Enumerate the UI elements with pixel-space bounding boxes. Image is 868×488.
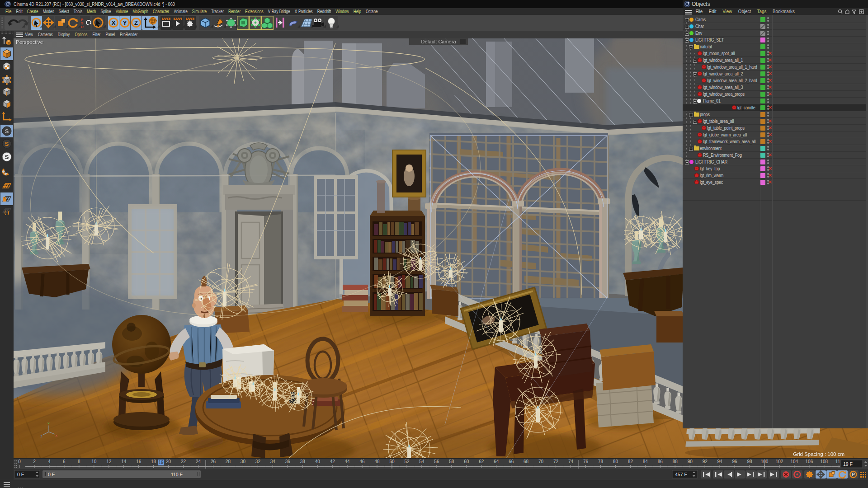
- svg-text:6: 6: [63, 459, 66, 464]
- svg-text:42: 42: [330, 459, 335, 464]
- svg-text:82: 82: [628, 459, 633, 464]
- svg-text:22: 22: [181, 459, 186, 464]
- svg-text:16: 16: [136, 459, 142, 464]
- svg-text:S: S: [5, 128, 9, 135]
- svg-text:P: P: [852, 472, 855, 477]
- svg-text:54: 54: [419, 459, 425, 464]
- svg-text:30: 30: [241, 459, 246, 464]
- svg-text:106: 106: [806, 459, 813, 464]
- svg-text:10: 10: [91, 459, 97, 464]
- svg-text:64: 64: [494, 459, 499, 464]
- svg-text:94: 94: [717, 459, 723, 464]
- svg-text:48: 48: [374, 459, 380, 464]
- svg-text:32: 32: [255, 459, 261, 464]
- svg-text:X: X: [112, 19, 116, 26]
- svg-text:0 F: 0 F: [48, 472, 55, 477]
- svg-text:84: 84: [643, 459, 648, 464]
- svg-text:110 F: 110 F: [171, 472, 183, 477]
- svg-text:Z: Z: [134, 19, 138, 26]
- svg-text:0: 0: [18, 459, 21, 464]
- svg-text:Z: Z: [40, 434, 42, 438]
- svg-text:72: 72: [553, 459, 559, 464]
- svg-text:74: 74: [568, 459, 574, 464]
- svg-text:X: X: [55, 434, 57, 438]
- svg-text:28: 28: [226, 459, 231, 464]
- svg-text:60: 60: [464, 459, 469, 464]
- svg-text:20: 20: [166, 459, 171, 464]
- svg-text:80: 80: [613, 459, 618, 464]
- svg-text:50: 50: [389, 459, 395, 464]
- svg-text:19: 19: [159, 460, 164, 465]
- svg-text:8: 8: [78, 459, 80, 464]
- svg-text:66: 66: [509, 459, 514, 464]
- svg-text:Y: Y: [123, 19, 127, 26]
- svg-text:2: 2: [33, 459, 36, 464]
- svg-text:18: 18: [151, 459, 156, 464]
- svg-text:4: 4: [48, 459, 51, 464]
- svg-text:98: 98: [747, 459, 752, 464]
- svg-text:52: 52: [404, 459, 410, 464]
- svg-text:( ): ( ): [5, 210, 9, 215]
- svg-text:34: 34: [270, 459, 276, 464]
- svg-text:100: 100: [761, 459, 769, 464]
- svg-text:S: S: [5, 154, 9, 160]
- svg-text:92: 92: [703, 459, 708, 464]
- svg-text:44: 44: [345, 459, 350, 464]
- svg-text:56: 56: [434, 459, 439, 464]
- svg-text:40: 40: [315, 459, 321, 464]
- svg-text:90: 90: [688, 459, 693, 464]
- svg-text:70: 70: [538, 459, 544, 464]
- svg-text:58: 58: [449, 459, 454, 464]
- svg-text:38: 38: [300, 459, 306, 464]
- svg-text:457 F: 457 F: [675, 472, 687, 477]
- svg-text:104: 104: [791, 459, 798, 464]
- svg-text:88: 88: [673, 459, 678, 464]
- svg-text:102: 102: [776, 459, 783, 464]
- svg-text:96: 96: [732, 459, 738, 464]
- svg-text:62: 62: [479, 459, 484, 464]
- svg-text:0 F: 0 F: [17, 472, 24, 477]
- svg-text:Grid Spacing : 100 cm: Grid Spacing : 100 cm: [793, 451, 844, 457]
- svg-text:76: 76: [583, 459, 589, 464]
- svg-text:19 F: 19 F: [843, 461, 853, 467]
- svg-text:S: S: [5, 141, 9, 147]
- svg-text:36: 36: [285, 459, 291, 464]
- svg-text:R: R: [81, 25, 84, 29]
- svg-text:78: 78: [598, 459, 604, 464]
- svg-text:26: 26: [211, 459, 216, 464]
- svg-text:68: 68: [524, 459, 529, 464]
- svg-text:14: 14: [121, 459, 127, 464]
- svg-text:108: 108: [820, 459, 828, 464]
- svg-text:86: 86: [658, 459, 663, 464]
- svg-text:Y: Y: [47, 421, 50, 425]
- svg-text:24: 24: [196, 459, 201, 464]
- svg-text:12: 12: [106, 459, 112, 464]
- svg-text:46: 46: [360, 459, 365, 464]
